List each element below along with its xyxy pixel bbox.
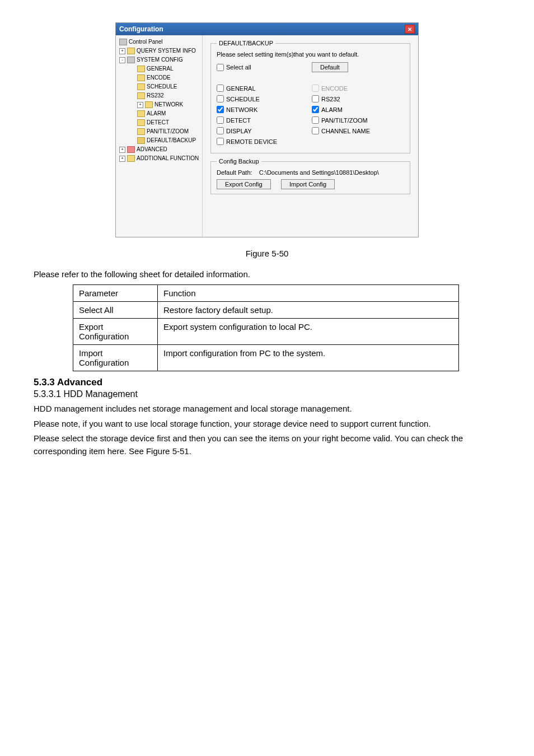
tree-addtional[interactable]: +ADDTIONAL FUNCTION xyxy=(117,154,201,163)
tree-alarm[interactable]: ALARM xyxy=(117,109,201,118)
config-backup-group: Config Backup Default Path: C:\Documents… xyxy=(210,158,410,194)
window-titlebar: Configuration ✕ xyxy=(116,23,418,35)
channel-checkbox[interactable]: CHANNEL NAME xyxy=(312,127,373,134)
advanced-icon xyxy=(127,146,135,153)
expand-icon[interactable]: + xyxy=(119,48,125,54)
default-backup-group: DEFAULT/BACKUP Please select setting ite… xyxy=(210,40,410,153)
tree-ptz[interactable]: PAN/TILT/ZOOM xyxy=(117,127,201,136)
folder-icon xyxy=(137,66,145,72)
folder-icon xyxy=(137,83,145,90)
collapse-icon[interactable]: - xyxy=(119,57,125,63)
cell-func: Restore factory default setup. xyxy=(158,302,459,319)
expand-icon[interactable]: + xyxy=(137,102,143,108)
table-row: Select All Restore factory default setup… xyxy=(73,302,459,319)
cell-func: Export system configuration to local PC. xyxy=(158,319,459,345)
tree-general[interactable]: GENERAL xyxy=(117,64,201,73)
import-config-button[interactable]: Import Config xyxy=(281,179,335,189)
main-panel: DEFAULT/BACKUP Please select setting ite… xyxy=(203,35,418,237)
general-checkbox[interactable]: GENERAL xyxy=(217,85,278,92)
select-all-checkbox[interactable]: Select all xyxy=(217,62,278,72)
cell-param: ImportConfiguration xyxy=(73,345,158,371)
parameter-table: Parameter Function Select All Restore fa… xyxy=(73,284,459,371)
figure-caption: Figure 5-50 xyxy=(34,249,500,258)
intro-text: Please refer to the following sheet for … xyxy=(34,269,500,279)
table-row: ExportConfiguration Export system config… xyxy=(73,319,459,345)
configuration-window: Configuration ✕ Control Panel +QUERY SYS… xyxy=(115,22,419,237)
remote-checkbox[interactable]: REMOTE DEVICE xyxy=(217,138,278,145)
alarm-checkbox[interactable]: ALARM xyxy=(312,106,373,113)
tree-query[interactable]: +QUERY SYSTEM INFO xyxy=(117,46,201,55)
group-legend: DEFAULT/BACKUP xyxy=(217,40,275,46)
tree-network[interactable]: +NETWORK xyxy=(117,100,201,109)
tree-schedule[interactable]: SCHEDULE xyxy=(117,82,201,91)
expand-icon[interactable]: + xyxy=(119,147,125,153)
ptz-checkbox[interactable]: PAN/TILT/ZOOM xyxy=(312,116,373,124)
tree-advanced[interactable]: +ADVANCED xyxy=(117,145,201,154)
config-icon xyxy=(127,57,135,63)
tree-sysconfig[interactable]: -SYSTEM CONFIG xyxy=(117,55,201,64)
cell-param: ExportConfiguration xyxy=(73,319,158,345)
paragraph: Please note, if you want to use local st… xyxy=(34,418,500,431)
cell-param: Select All xyxy=(73,302,158,319)
tree-default[interactable]: DEFAULT/BACKUP xyxy=(117,136,201,145)
paragraph: HDD management includes net storage mana… xyxy=(34,403,500,416)
default-button[interactable]: Default xyxy=(312,62,348,72)
col-function: Function xyxy=(158,285,459,302)
schedule-checkbox[interactable]: SCHEDULE xyxy=(217,95,278,102)
col-parameter: Parameter xyxy=(73,285,158,302)
folder-icon xyxy=(137,92,145,99)
detect-checkbox[interactable]: DETECT xyxy=(217,116,278,124)
subsection-heading: 5.3.3.1 HDD Management xyxy=(34,389,500,399)
folder-icon xyxy=(145,101,153,108)
config-legend: Config Backup xyxy=(217,158,261,165)
folder-open-icon xyxy=(137,137,145,144)
folder-icon xyxy=(137,110,145,117)
nav-tree: Control Panel +QUERY SYSTEM INFO -SYSTEM… xyxy=(116,35,203,237)
path-label: Default Path: xyxy=(217,169,252,176)
export-config-button[interactable]: Export Config xyxy=(217,179,271,189)
paragraph: Please select the storage device first a… xyxy=(34,432,500,458)
instruction-text: Please select setting item(s)that you wa… xyxy=(217,51,404,58)
tree-encode[interactable]: ENCODE xyxy=(117,73,201,82)
section-heading: 5.3.3 Advanced xyxy=(34,377,500,388)
folder-icon xyxy=(127,48,135,54)
folder-icon xyxy=(137,74,145,81)
folder-icon xyxy=(137,128,145,135)
tree-rs232[interactable]: RS232 xyxy=(117,91,201,100)
expand-icon[interactable]: + xyxy=(119,156,125,162)
network-checkbox[interactable]: NETWORK xyxy=(217,106,278,113)
cell-func: Import configuration from PC to the syst… xyxy=(158,345,459,371)
close-icon[interactable]: ✕ xyxy=(405,25,415,34)
window-title: Configuration xyxy=(119,25,163,33)
encode-checkbox[interactable]: ENCODE xyxy=(312,85,373,92)
rs232-checkbox[interactable]: RS232 xyxy=(312,95,373,102)
path-value: C:\Documents and Settings\10881\Desktop\ xyxy=(259,169,379,176)
panel-icon xyxy=(119,39,127,45)
folder-icon xyxy=(137,119,145,126)
folder-icon xyxy=(127,155,135,162)
tree-detect[interactable]: DETECT xyxy=(117,118,201,127)
table-row: ImportConfiguration Import configuration… xyxy=(73,345,459,371)
tree-root[interactable]: Control Panel xyxy=(117,38,201,46)
display-checkbox[interactable]: DISPLAY xyxy=(217,127,278,134)
